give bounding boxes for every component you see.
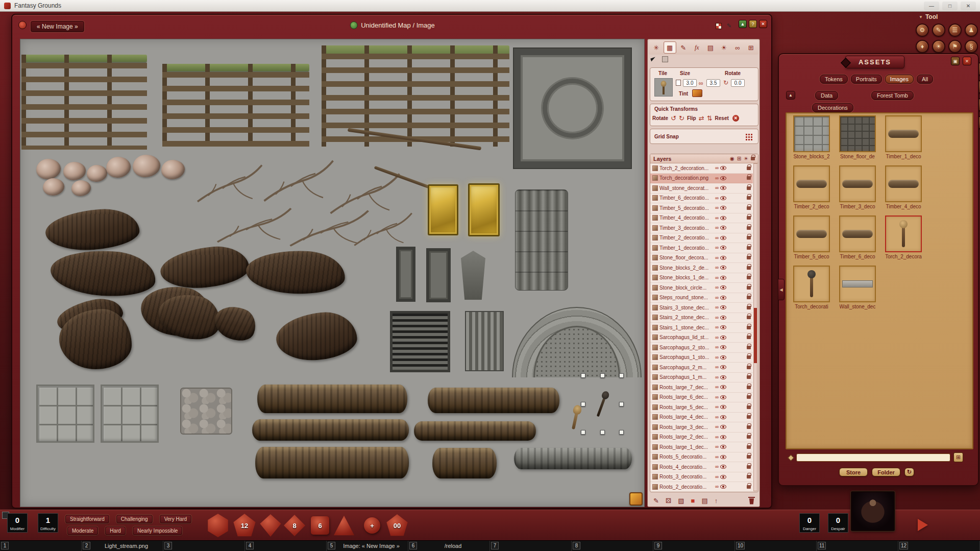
layer-row[interactable]: Stone_blocks_1_de...∞ xyxy=(650,273,753,283)
module-button-data[interactable]: Data xyxy=(815,91,838,100)
store-button[interactable]: Store xyxy=(839,468,868,476)
hotkey-slot-5[interactable]: 5Image: « New Image » xyxy=(327,541,408,551)
trash-icon[interactable] xyxy=(748,497,755,505)
d8-die-icon[interactable]: 8 xyxy=(284,515,305,536)
layer-lock-icon[interactable] xyxy=(747,415,751,419)
layer-visibility-icon[interactable] xyxy=(720,305,726,309)
layer-lock-icon[interactable] xyxy=(747,336,751,339)
layer-row[interactable]: Sarcophagus_1_sto...∞ xyxy=(650,353,753,363)
hotkey-slot-1[interactable]: 1 xyxy=(0,541,82,551)
layer-link-icon[interactable]: ∞ xyxy=(715,205,719,210)
canvas-asset-stonelog[interactable] xyxy=(514,448,632,469)
layer-link-icon[interactable]: ∞ xyxy=(715,315,719,320)
canvas-asset-fpanel[interactable] xyxy=(426,248,451,302)
layers-visibility-icon[interactable]: ◉ xyxy=(730,156,734,161)
layer-link-icon[interactable]: ∞ xyxy=(715,176,719,181)
layer-lock-icon[interactable] xyxy=(747,475,751,478)
layer-link-icon[interactable]: ∞ xyxy=(715,355,719,360)
layer-row[interactable]: Timber_4_decoratio...∞ xyxy=(650,213,753,224)
layer-link-icon[interactable]: ∞ xyxy=(715,464,719,469)
canvas-asset-wood[interactable] xyxy=(246,249,346,296)
layer-visibility-icon[interactable] xyxy=(720,226,726,230)
stamp-tool-icon[interactable]: ▤ xyxy=(704,41,717,54)
layer-visibility-icon[interactable] xyxy=(720,296,726,300)
layer-link-icon[interactable]: ∞ xyxy=(715,275,719,280)
assets-title[interactable]: ASSETS xyxy=(845,56,904,68)
canvas-asset-branch[interactable] xyxy=(260,153,337,209)
sidebar-tool-8-icon[interactable]: § xyxy=(965,40,978,53)
layer-row[interactable]: Stairs_2_stone_dec...∞ xyxy=(650,313,753,323)
canvas-asset-fence[interactable] xyxy=(162,64,309,147)
d12-die-icon[interactable]: 12 xyxy=(233,514,256,537)
layer-lock-icon[interactable] xyxy=(747,286,751,290)
layer-visibility-icon[interactable] xyxy=(720,485,726,489)
layers-light-icon[interactable]: ☀ xyxy=(744,156,748,161)
hotkey-slot-10[interactable]: 10 xyxy=(735,541,817,551)
layer-link-icon[interactable]: ∞ xyxy=(715,435,719,440)
layer-lock-icon[interactable] xyxy=(747,196,751,200)
size-height-input[interactable]: 3.5 xyxy=(706,79,720,87)
layer-link-icon[interactable]: ∞ xyxy=(715,345,719,350)
layer-row[interactable]: Sarcophagus_2_sto...∞ xyxy=(650,343,753,353)
asset-item[interactable]: Stone_blocks_2 xyxy=(789,115,835,159)
layer-row[interactable]: Wall_stone_decorat...∞ xyxy=(650,183,753,194)
asset-item[interactable]: Timber_2_deco xyxy=(789,165,835,209)
canvas-asset-wood[interactable] xyxy=(274,309,358,363)
record-icon[interactable]: ■ xyxy=(691,497,695,505)
layer-row[interactable]: Torch_decoration.png∞ xyxy=(650,174,753,184)
stamp-tool-icon[interactable] xyxy=(662,56,668,62)
layer-row[interactable]: Timber_6_decoratio...∞ xyxy=(650,194,753,204)
close-assets-icon[interactable]: ✕ xyxy=(963,57,971,65)
layer-lock-icon[interactable] xyxy=(747,366,751,369)
map-link-icon[interactable] xyxy=(350,21,357,29)
stack-icon[interactable]: ▤ xyxy=(701,497,707,505)
layer-visibility-icon[interactable] xyxy=(720,256,726,260)
canvas-asset-ribbed[interactable] xyxy=(465,311,504,371)
scrollbar-thumb[interactable] xyxy=(754,308,757,364)
layer-visibility-icon[interactable] xyxy=(720,405,726,409)
hotkey-slot-8[interactable]: 8 xyxy=(572,541,653,551)
selected-torch-asset[interactable] xyxy=(594,390,611,418)
asset-item[interactable]: Torch_2_decora xyxy=(880,215,926,259)
layer-visibility-icon[interactable] xyxy=(720,266,726,270)
module-button-decorations[interactable]: Decorations xyxy=(812,103,853,112)
layers-scrollbar[interactable] xyxy=(753,163,757,491)
hotkey-slot-11[interactable]: 11 xyxy=(817,541,898,551)
tab-tokens[interactable]: Tokens xyxy=(820,75,848,84)
layer-lock-icon[interactable] xyxy=(747,405,751,409)
pointer-tool-icon[interactable]: ✳ xyxy=(650,41,663,54)
layer-link-icon[interactable]: ∞ xyxy=(715,365,719,370)
asset-item[interactable]: Timber_5_deco xyxy=(789,215,835,259)
layer-visibility-icon[interactable] xyxy=(720,336,726,340)
canvas-asset-ornament[interactable] xyxy=(461,251,485,300)
layer-visibility-icon[interactable] xyxy=(720,316,726,320)
popout-icon[interactable]: ▣ xyxy=(951,57,960,65)
reset-icon[interactable]: ✕ xyxy=(732,115,739,122)
shrink-window-icon[interactable]: ▲ xyxy=(739,20,747,28)
modifier-stack[interactable]: 0 Modifier xyxy=(7,513,28,533)
layer-lock-icon[interactable] xyxy=(747,316,751,319)
canvas-asset-branch[interactable] xyxy=(213,202,295,249)
layer-visibility-icon[interactable] xyxy=(720,465,726,469)
layer-link-icon[interactable]: ∞ xyxy=(715,235,719,241)
rotate-icon[interactable]: ↻ xyxy=(723,80,728,86)
layer-visibility-icon[interactable] xyxy=(720,276,726,280)
hotkey-slot-3[interactable]: 3 xyxy=(163,541,245,551)
rotate-ccw-icon[interactable]: ↺ xyxy=(671,114,676,122)
layer-row[interactable]: Roots_large_2_dec...∞ xyxy=(650,433,753,443)
layer-link-icon[interactable]: ∞ xyxy=(715,196,719,201)
asset-item[interactable]: Timber_3_deco xyxy=(835,165,880,209)
layer-link-icon[interactable]: ∞ xyxy=(715,404,719,410)
layer-visibility-icon[interactable] xyxy=(720,216,726,220)
tab-all[interactable]: All xyxy=(917,75,933,84)
canvas-asset-rock[interactable] xyxy=(87,165,107,182)
size-width-input[interactable]: 3.0 xyxy=(683,79,697,87)
layer-lock-icon[interactable] xyxy=(747,355,751,359)
layer-visibility-icon[interactable] xyxy=(720,285,726,290)
asset-item[interactable]: Wall_stone_dec xyxy=(835,266,880,309)
canvas-asset-rooftiles[interactable] xyxy=(515,189,568,291)
close-button[interactable]: ✕ xyxy=(961,2,976,10)
layer-row[interactable]: Sarcophagus_2_m...∞ xyxy=(650,363,753,373)
canvas-asset-selection[interactable] xyxy=(583,375,622,433)
difficulty-button-nearly-impossible[interactable]: Nearly Impossible xyxy=(133,526,182,535)
